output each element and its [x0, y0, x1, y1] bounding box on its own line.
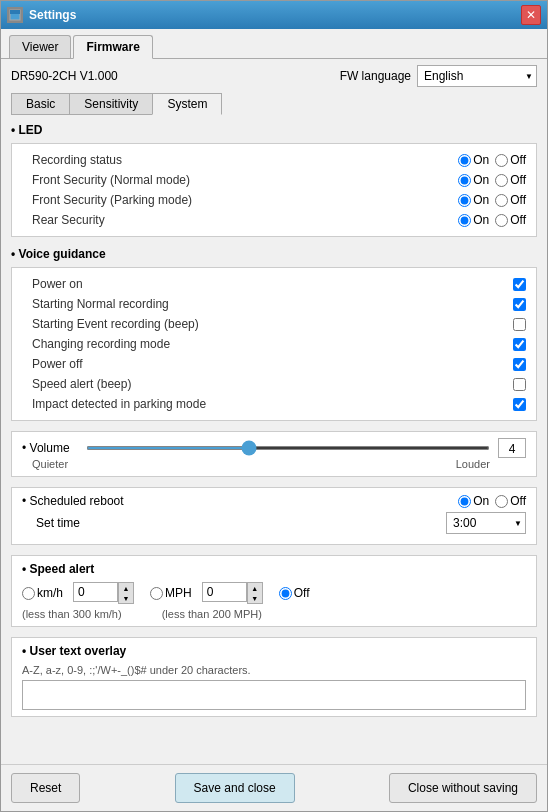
speed-mph-up[interactable]: ▲: [248, 583, 262, 593]
vg-changing-mode-checkbox[interactable]: [513, 338, 526, 351]
footer-bar: Reset Save and close Close without savin…: [1, 764, 547, 811]
set-time-select[interactable]: 1:00 2:00 3:00 4:00 5:00: [446, 512, 526, 534]
fw-language-group: FW language English Korean Chinese: [340, 65, 537, 87]
save-button[interactable]: Save and close: [175, 773, 295, 803]
user-text-overlay-title: • User text overlay: [22, 644, 526, 658]
speed-mph-input-group: ▲ ▼: [202, 582, 263, 604]
speed-kmh-input[interactable]: [73, 582, 118, 602]
led-row-front-normal: Front Security (Normal mode) On Off: [22, 170, 526, 190]
led-rear-on-radio[interactable]: [458, 214, 471, 227]
led-title: • LED: [11, 123, 537, 137]
sub-tab-bar: Basic Sensitivity System: [1, 93, 547, 115]
tab-viewer[interactable]: Viewer: [9, 35, 71, 58]
speed-off-label: Off: [294, 586, 310, 600]
speed-mph-radio[interactable]: [150, 587, 163, 600]
window-title: Settings: [29, 8, 76, 22]
set-time-row: Set time 1:00 2:00 3:00 4:00 5:00: [22, 508, 526, 538]
led-section: • LED Recording status On Off: [11, 123, 537, 237]
user-text-overlay-box: • User text overlay A-Z, a-z, 0-9, :;'/W…: [11, 637, 537, 717]
led-recording-on: On: [458, 153, 489, 167]
user-text-overlay-input[interactable]: [22, 680, 526, 710]
vg-normal-recording-checkbox[interactable]: [513, 298, 526, 311]
window-icon: [7, 7, 23, 23]
vg-event-recording-checkbox[interactable]: [513, 318, 526, 331]
led-front-parking-radio: On Off: [458, 193, 526, 207]
fw-language-select-wrapper: English Korean Chinese: [417, 65, 537, 87]
content-area: • LED Recording status On Off: [1, 115, 547, 764]
vg-impact-checkbox[interactable]: [513, 398, 526, 411]
led-front-normal-off-radio[interactable]: [495, 174, 508, 187]
led-recording-off-radio[interactable]: [495, 154, 508, 167]
reboot-off-radio[interactable]: [495, 495, 508, 508]
fw-language-label: FW language: [340, 69, 411, 83]
user-text-overlay-hint: A-Z, a-z, 0-9, :;'/W+-_()$# under 20 cha…: [22, 664, 526, 676]
led-recording-radio: On Off: [458, 153, 526, 167]
scheduled-reboot-section: • Scheduled reboot On Off Set time: [11, 487, 537, 545]
fw-language-select[interactable]: English Korean Chinese: [417, 65, 537, 87]
led-recording-on-radio[interactable]: [458, 154, 471, 167]
title-bar-left: Settings: [7, 7, 76, 23]
speed-mph-input[interactable]: [202, 582, 247, 602]
louder-label: Louder: [456, 458, 490, 470]
speed-hints: (less than 300 km/h) (less than 200 MPH): [22, 604, 526, 620]
tab-system[interactable]: System: [152, 93, 222, 115]
vg-row-power-on: Power on: [22, 274, 526, 294]
volume-slider[interactable]: [86, 446, 490, 450]
vg-impact-label: Impact detected in parking mode: [22, 397, 513, 411]
voice-guidance-section: • Voice guidance Power on Starting Norma…: [11, 247, 537, 421]
speed-kmh-radio[interactable]: [22, 587, 35, 600]
reboot-title: • Scheduled reboot: [22, 494, 124, 508]
title-bar: Settings ✕: [1, 1, 547, 29]
vg-changing-mode-label: Changing recording mode: [22, 337, 513, 351]
firmware-info: DR590-2CH V1.000: [11, 69, 118, 83]
vg-row-event-recording: Starting Event recording (beep): [22, 314, 526, 334]
speed-kmh-spinner: ▲ ▼: [118, 582, 134, 604]
volume-box: • Volume 4 Quieter Louder: [11, 431, 537, 477]
reset-button[interactable]: Reset: [11, 773, 80, 803]
close-without-saving-button[interactable]: Close without saving: [389, 773, 537, 803]
close-button[interactable]: ✕: [521, 5, 541, 25]
led-row-front-parking: Front Security (Parking mode) On Off: [22, 190, 526, 210]
speed-off-radio[interactable]: [279, 587, 292, 600]
speed-kmh-down[interactable]: ▼: [119, 593, 133, 603]
speed-kmh-up[interactable]: ▲: [119, 583, 133, 593]
led-rear-label: Rear Security: [22, 213, 105, 227]
vg-power-off-checkbox[interactable]: [513, 358, 526, 371]
user-text-overlay-section: • User text overlay A-Z, a-z, 0-9, :;'/W…: [11, 637, 537, 717]
volume-control-row: • Volume 4: [22, 438, 526, 458]
vg-row-speed-alert: Speed alert (beep): [22, 374, 526, 394]
volume-section: • Volume 4 Quieter Louder: [11, 431, 537, 477]
vg-power-on-checkbox[interactable]: [513, 278, 526, 291]
tab-basic[interactable]: Basic: [11, 93, 70, 115]
reboot-on-radio[interactable]: [458, 495, 471, 508]
speed-mph-label: MPH: [165, 586, 192, 600]
led-front-normal-on-radio[interactable]: [458, 174, 471, 187]
volume-labels: Quieter Louder: [22, 458, 490, 470]
vg-power-off-label: Power off: [22, 357, 513, 371]
svg-rect-1: [10, 10, 20, 14]
led-front-parking-off-radio[interactable]: [495, 194, 508, 207]
tab-sensitivity[interactable]: Sensitivity: [69, 93, 153, 115]
voice-guidance-title: • Voice guidance: [11, 247, 537, 261]
main-tab-bar: Viewer Firmware: [1, 29, 547, 59]
vg-speed-alert-checkbox[interactable]: [513, 378, 526, 391]
volume-value: 4: [498, 438, 526, 458]
led-front-normal-label: Front Security (Normal mode): [22, 173, 190, 187]
speed-mph-down[interactable]: ▼: [248, 593, 262, 603]
led-front-parking-on-radio[interactable]: [458, 194, 471, 207]
vg-row-changing-mode: Changing recording mode: [22, 334, 526, 354]
speed-mph-hint: (less than 200 MPH): [162, 608, 262, 620]
vg-row-normal-recording: Starting Normal recording: [22, 294, 526, 314]
set-time-label: Set time: [22, 516, 80, 530]
led-rear-off-radio[interactable]: [495, 214, 508, 227]
speed-alert-title: • Speed alert: [22, 562, 526, 576]
speed-kmh-hint: (less than 300 km/h): [22, 608, 122, 620]
tab-firmware[interactable]: Firmware: [73, 35, 152, 59]
vg-power-on-label: Power on: [22, 277, 513, 291]
led-row-recording: Recording status On Off: [22, 150, 526, 170]
firmware-toolbar: DR590-2CH V1.000 FW language English Kor…: [1, 59, 547, 93]
vg-normal-recording-label: Starting Normal recording: [22, 297, 513, 311]
led-rear-radio: On Off: [458, 213, 526, 227]
volume-title: • Volume: [22, 441, 70, 455]
scheduled-reboot-box: • Scheduled reboot On Off Set time: [11, 487, 537, 545]
